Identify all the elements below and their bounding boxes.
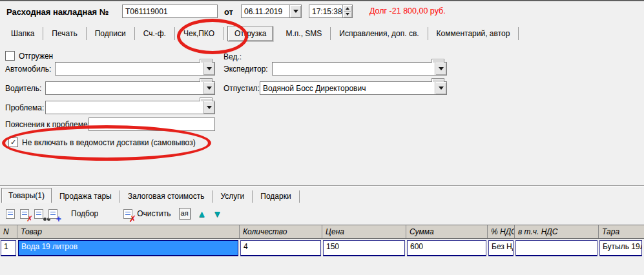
move-up-icon[interactable]: ▲	[198, 209, 207, 218]
checkbox-box[interactable]	[5, 51, 15, 61]
time-value: 17:15:38	[312, 7, 342, 16]
forwarder-combobox[interactable]	[272, 62, 447, 76]
find-row-button[interactable]	[32, 207, 45, 220]
time-input[interactable]: 17:15:38	[309, 5, 353, 18]
column-header-tovar[interactable]: Товар	[17, 225, 240, 238]
shipped-checkbox-label: Отгружен	[19, 52, 53, 61]
driver-label: Водитель:	[5, 84, 41, 93]
sort-alpha-icon[interactable]: ая	[179, 208, 191, 219]
add-plus-icon: +	[56, 215, 61, 223]
from-label: от	[224, 7, 233, 17]
tab-pechat[interactable]: Печать	[43, 27, 86, 40]
driver-combobox[interactable]	[45, 81, 215, 95]
forwarder-dropdown-button[interactable]	[435, 63, 446, 75]
released-by-label: Отпустил:	[223, 84, 260, 93]
items-toolbar: ✗ + Подбор ✗ Очистить ая ▲ ▼	[4, 206, 225, 221]
chevron-down-icon	[293, 10, 298, 13]
window-top-border	[0, 0, 644, 2]
delete-row-button[interactable]: ✗	[18, 207, 31, 220]
time-spinner[interactable]	[342, 5, 352, 17]
pane-divider	[0, 185, 644, 187]
column-header-vtch-nds[interactable]: в т.ч. НДС	[515, 225, 599, 238]
forwarder-label: Экспедитор:	[223, 65, 268, 74]
chevron-down-icon	[439, 87, 444, 90]
list-icon	[34, 209, 43, 219]
tab-kommentariy[interactable]: Комментарий, автор	[428, 27, 519, 40]
column-header-nds[interactable]: % НДС	[488, 225, 515, 238]
add-row-button[interactable]: +	[47, 207, 59, 220]
checkbox-box[interactable]: ✓	[8, 138, 18, 147]
tab-podpisi[interactable]: Подписи	[87, 27, 135, 40]
date-value: 06.11.2019	[242, 7, 289, 16]
invoice-window: Расходная накладная № Т061119001 от 06.1…	[0, 0, 644, 275]
chevron-down-icon	[207, 67, 212, 70]
tab-zalogovaya[interactable]: Залоговая стоимость	[120, 190, 213, 203]
ved-label: Вед.:	[223, 52, 242, 61]
cell-tara[interactable]: Бутыль 19л	[599, 240, 642, 256]
spinner-down-icon[interactable]	[343, 12, 352, 18]
driver-dropdown-button[interactable]	[203, 82, 214, 94]
combo-notch	[200, 78, 213, 82]
row-list-button[interactable]	[4, 207, 17, 220]
tab-ispravleniya[interactable]: Исправления, доп. св.	[331, 27, 428, 40]
cell-kolichestvo[interactable]: 4	[240, 240, 321, 256]
tab-mp-sms[interactable]: М.п., SMS	[277, 27, 331, 40]
tab-tovary[interactable]: Товары(1)	[1, 188, 52, 203]
chevron-down-icon	[439, 67, 444, 70]
tab-chek-pko[interactable]: Чек,ПКО	[175, 27, 223, 40]
cell-tovar-selected[interactable]: Вода 19 литров	[18, 240, 238, 256]
problem-note-input[interactable]	[88, 117, 215, 131]
clear-list-button[interactable]: ✗	[121, 207, 134, 220]
combo-notch	[431, 59, 444, 63]
tab-shapka[interactable]: Шапка	[3, 27, 43, 40]
column-header-tara[interactable]: Тара	[599, 225, 644, 238]
invoice-number-value: Т061119001	[125, 7, 168, 16]
column-header-n[interactable]: N	[0, 225, 17, 238]
debt-amount: Долг -21 800,00 руб.	[369, 6, 446, 15]
calendar-dropdown-button[interactable]	[289, 5, 301, 17]
tab-schf[interactable]: Сч.-ф.	[135, 27, 175, 40]
table-row[interactable]: 1 Вода 19 литров 4 150 600 Без НДС Бутыл…	[1, 239, 644, 257]
date-picker[interactable]: 06.11.2019	[241, 5, 302, 18]
released-by-dropdown-button[interactable]	[435, 82, 446, 94]
tab-otgruzka[interactable]: Отгрузка	[227, 26, 273, 41]
car-dropdown-button[interactable]	[203, 63, 214, 75]
pickup-checkbox-label: Не включать в ведомости доставки (самовы…	[22, 138, 196, 147]
column-header-summa[interactable]: Сумма	[406, 225, 488, 238]
car-label: Автомобиль:	[5, 65, 51, 74]
column-header-cena[interactable]: Цена	[322, 225, 406, 238]
released-by-combobox[interactable]: Водяной Босс Директорович	[260, 81, 447, 95]
problem-combobox[interactable]	[45, 101, 215, 114]
items-tabs: Товары(1) Продажа тары Залоговая стоимос…	[0, 188, 300, 203]
tab-prodazha-tary[interactable]: Продажа тары	[52, 190, 120, 203]
checkmark-icon: ✓	[10, 138, 16, 147]
clear-button-label[interactable]: Очистить	[137, 209, 171, 218]
problem-note-label: Пояснения к проблеме:	[5, 120, 90, 129]
invoice-number-input[interactable]: Т061119001	[122, 5, 218, 18]
clear-x-icon: ✗	[129, 215, 137, 223]
combo-notch	[431, 78, 444, 82]
column-header-kolichestvo[interactable]: Количество	[240, 225, 322, 238]
problem-dropdown-button[interactable]	[203, 101, 214, 114]
problem-label: Проблема:	[5, 103, 44, 112]
chevron-down-icon	[207, 87, 212, 90]
pick-button[interactable]: Подбор	[71, 209, 98, 218]
tab-uslugi[interactable]: Услуги	[213, 190, 253, 203]
cell-nds[interactable]: Без НДС	[488, 240, 514, 256]
released-by-value: Водяной Босс Директорович	[260, 84, 435, 93]
move-down-icon[interactable]: ▼	[213, 209, 222, 218]
list-icon	[6, 209, 15, 219]
car-combobox[interactable]	[55, 62, 215, 76]
tab-podarki[interactable]: Подарки	[253, 190, 299, 203]
shipped-checkbox[interactable]: Отгружен	[5, 51, 53, 61]
chevron-down-icon	[207, 106, 212, 109]
spinner-up-icon[interactable]	[343, 5, 352, 12]
pickup-checkbox[interactable]: ✓ Не включать в ведомости доставки (само…	[8, 138, 196, 147]
invoice-title: Расходная накладная №	[6, 7, 109, 17]
cell-cena[interactable]: 150	[323, 240, 405, 256]
cell-summa[interactable]: 600	[407, 240, 486, 256]
combo-notch	[200, 97, 213, 101]
combo-notch	[200, 59, 213, 63]
cell-vtch-nds[interactable]	[515, 240, 597, 256]
cell-row-number[interactable]: 1	[1, 240, 16, 256]
